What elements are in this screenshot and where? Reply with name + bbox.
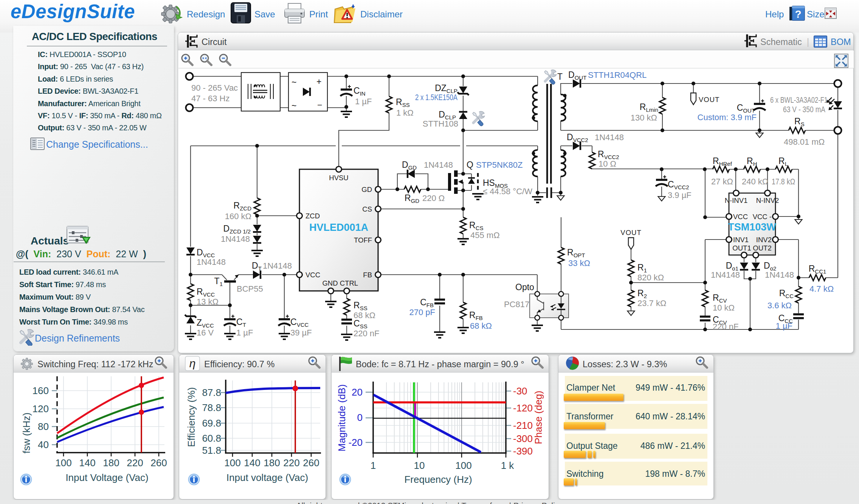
svg-text:DVCC2: DVCC2 (567, 132, 588, 143)
svg-text:COUT: COUT (737, 103, 755, 114)
svg-text:TOFF: TOFF (354, 236, 372, 244)
svg-text:CSS: CSS (354, 318, 367, 329)
svg-text:~: ~ (292, 77, 296, 87)
svg-text:1N4148: 1N4148 (221, 234, 250, 244)
svg-text:78.8: 78.8 (202, 402, 221, 413)
svg-text:VCC: VCC (733, 213, 748, 221)
svg-text:90 - 265 Vac: 90 - 265 Vac (191, 83, 238, 93)
svg-text:GND: GND (322, 279, 338, 287)
svg-text:OUT1: OUT1 (732, 244, 751, 252)
svg-text:HVLED001A: HVLED001A (309, 222, 368, 233)
svg-text:RZCD: RZCD (234, 201, 252, 212)
svg-text:RCS: RCS (469, 220, 483, 231)
svg-text:23.7 kΩ: 23.7 kΩ (637, 298, 666, 308)
svg-text:1N4148: 1N4148 (595, 133, 624, 142)
svg-text:1 µF: 1 µF (355, 97, 372, 106)
svg-text:1N4148: 1N4148 (263, 261, 292, 271)
svg-text:BCP55: BCP55 (237, 284, 263, 294)
svg-text:40: 40 (38, 439, 49, 450)
svg-text:120: 120 (33, 403, 49, 414)
svg-text:HVSU: HVSU (329, 174, 348, 182)
svg-text:-120: -120 (513, 402, 533, 414)
svg-text:140: 140 (79, 457, 95, 468)
svg-text:17.8 kΩ: 17.8 kΩ (772, 177, 795, 186)
svg-text:455 mΩ: 455 mΩ (470, 230, 500, 240)
svg-text:27 kΩ: 27 kΩ (711, 177, 733, 186)
svg-text:~: ~ (292, 101, 296, 111)
svg-text:1 µF: 1 µF (776, 321, 792, 331)
svg-text:270 pF: 270 pF (409, 308, 436, 317)
svg-text:51.8: 51.8 (202, 445, 221, 456)
svg-text:68 kΩ: 68 kΩ (470, 321, 492, 331)
svg-text:DGD: DGD (402, 160, 417, 171)
svg-text:100: 100 (55, 457, 71, 468)
svg-text:1 µF: 1 µF (236, 328, 253, 337)
svg-text:498.01 mΩ: 498.01 mΩ (784, 137, 825, 147)
svg-text:?: ? (795, 8, 801, 20)
svg-text:3.6 kΩ: 3.6 kΩ (768, 301, 792, 310)
svg-text:N-INV2: N-INV2 (756, 196, 779, 204)
svg-text:RVCC2: RVCC2 (598, 149, 619, 160)
svg-text:INV2: INV2 (756, 236, 772, 244)
svg-text:4.7 kΩ: 4.7 kΩ (809, 284, 834, 294)
svg-text:Input voltage (Vac): Input voltage (Vac) (226, 472, 308, 483)
svg-text:+: + (316, 77, 321, 87)
svg-text:240 kΩ: 240 kΩ (742, 177, 768, 186)
svg-text:180: 180 (103, 457, 119, 468)
svg-text:RFB: RFB (469, 310, 483, 321)
svg-text:10 kΩ: 10 kΩ (713, 303, 735, 312)
svg-text:10: 10 (414, 460, 425, 471)
svg-text:Custom: 3.9 mF: Custom: 3.9 mF (698, 113, 757, 122)
svg-text:RSS: RSS (354, 300, 367, 311)
svg-text:DT: DT (252, 261, 262, 272)
svg-text:1 k: 1 k (501, 460, 515, 471)
svg-text:820 kΩ: 820 kΩ (637, 273, 664, 282)
svg-text:STTH108: STTH108 (423, 119, 458, 128)
svg-text:63 V - 350 mA: 63 V - 350 mA (783, 105, 825, 114)
svg-text:RLmin: RLmin (640, 102, 658, 113)
svg-text:16 V: 16 V (197, 328, 214, 337)
svg-text:Frequency (Hz): Frequency (Hz) (404, 474, 472, 485)
svg-text:DVCC: DVCC (197, 247, 215, 258)
svg-text:180: 180 (264, 457, 280, 468)
svg-text:VCC -: VCC - (753, 213, 772, 221)
svg-text:CS: CS (362, 205, 372, 213)
svg-text:RH: RH (747, 156, 757, 167)
svg-text:220 nF: 220 nF (713, 322, 739, 331)
svg-text:RSS: RSS (396, 97, 410, 108)
svg-text:VOUT: VOUT (620, 229, 641, 237)
svg-text:STP5NK80Z: STP5NK80Z (476, 160, 523, 170)
svg-text:RL: RL (778, 156, 788, 167)
svg-text:60.8: 60.8 (202, 433, 221, 444)
svg-text:3.9 µF: 3.9 µF (668, 190, 692, 200)
svg-text:10 Ω: 10 Ω (599, 159, 616, 169)
svg-text:140: 140 (244, 457, 260, 468)
svg-text:N-INV1: N-INV1 (725, 196, 748, 204)
svg-text:160 kΩ: 160 kΩ (225, 212, 251, 221)
svg-text:VOUT: VOUT (699, 96, 719, 104)
svg-text:1N4148: 1N4148 (424, 160, 453, 170)
svg-text:CFB: CFB (420, 297, 434, 308)
svg-text:ZCD: ZCD (305, 212, 320, 220)
svg-text:RVCC: RVCC (197, 287, 215, 298)
svg-text:0: 0 (357, 412, 363, 423)
svg-text:Q: Q (467, 160, 473, 170)
svg-text:80: 80 (38, 421, 49, 432)
svg-text:6 x BWL-3A3A02-F1: 6 x BWL-3A3A02-F1 (770, 95, 828, 105)
svg-text:220: 220 (127, 457, 143, 468)
svg-text:1N4148: 1N4148 (765, 270, 794, 280)
svg-text:Input Voltage (Vac): Input Voltage (Vac) (65, 472, 148, 483)
svg-text:-210: -210 (513, 420, 533, 431)
svg-text:GD: GD (361, 186, 372, 193)
svg-text:220 nF: 220 nF (354, 329, 380, 338)
svg-text:39 µF: 39 µF (290, 328, 312, 337)
svg-text:-20: -20 (348, 437, 363, 448)
svg-text:Phase (deg): Phase (deg) (533, 391, 544, 444)
svg-text:T1: T1 (214, 276, 223, 287)
svg-text:T: T (557, 72, 563, 82)
svg-text:≤ 44.58 °C/W: ≤ 44.58 °C/W (483, 187, 532, 196)
svg-text:DZCD 1/2: DZCD 1/2 (223, 224, 251, 235)
svg-text:130 kΩ: 130 kΩ (631, 113, 657, 122)
svg-text:160: 160 (33, 385, 49, 396)
svg-text:η: η (189, 357, 196, 369)
